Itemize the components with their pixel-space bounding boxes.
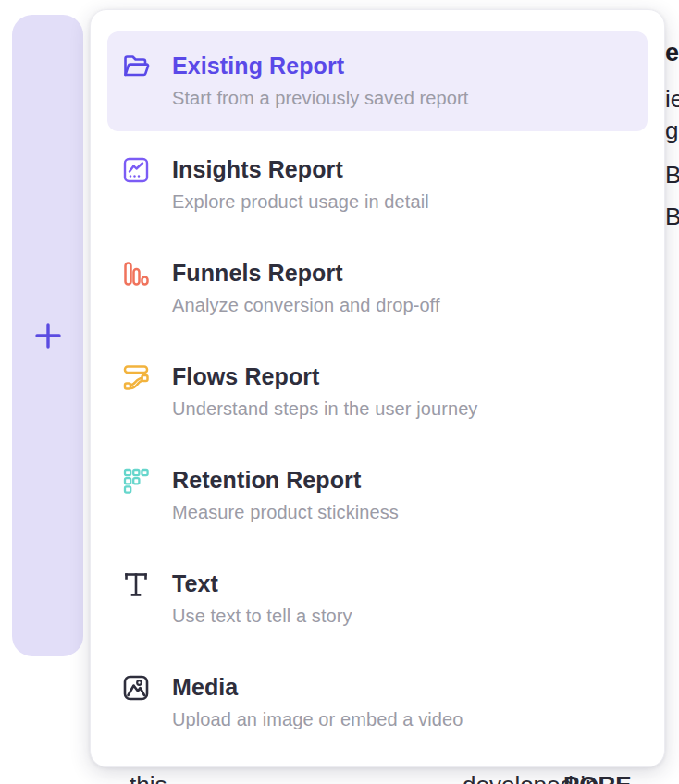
flows-icon <box>120 361 152 393</box>
menu-item-media[interactable]: Media Upload an image or embed a video <box>107 653 648 753</box>
clipped-background-text: PORE <box>563 772 632 784</box>
menu-item-insights-report[interactable]: Insights Report Explore product usage in… <box>107 135 648 235</box>
menu-item-description: Start from a previously saved report <box>172 88 468 109</box>
clipped-background-text: gB <box>665 118 679 142</box>
clipped-background-text: this <box>130 772 167 784</box>
menu-item-title: Retention Report <box>172 466 399 494</box>
menu-item-description: Measure product stickiness <box>172 502 399 523</box>
retention-grid-icon <box>120 465 152 496</box>
clipped-background-text: ex <box>665 41 679 66</box>
clipped-background-text: B <box>665 204 679 228</box>
menu-item-text[interactable]: Text Use text to tell a story <box>107 549 648 649</box>
add-item-rail[interactable] <box>12 15 83 656</box>
insights-chart-icon <box>120 154 152 186</box>
menu-item-title: Funnels Report <box>172 259 440 287</box>
clipped-background-text: B <box>665 163 679 187</box>
create-report-menu: Existing Report Start from a previously … <box>90 9 665 767</box>
menu-item-existing-report[interactable]: Existing Report Start from a previously … <box>107 31 648 131</box>
menu-item-title: Media <box>172 673 463 701</box>
menu-item-title: Flows Report <box>172 362 477 390</box>
plus-icon <box>34 322 62 349</box>
folder-open-icon <box>120 51 152 82</box>
media-image-icon <box>120 672 152 704</box>
funnel-bars-icon <box>120 258 152 289</box>
menu-item-description: Analyze conversion and drop-off <box>172 295 440 316</box>
menu-item-title: Existing Report <box>172 52 468 80</box>
menu-item-description: Upload an image or embed a video <box>172 709 463 730</box>
menu-item-retention-report[interactable]: Retention Report Measure product stickin… <box>107 446 648 545</box>
menu-item-flows-report[interactable]: Flows Report Understand steps in the use… <box>107 342 648 442</box>
menu-item-description: Use text to tell a story <box>172 606 352 627</box>
menu-item-title: Insights Report <box>172 155 429 183</box>
menu-item-description: Understand steps in the user journey <box>172 398 477 420</box>
clipped-background-text: ie <box>665 87 679 111</box>
menu-item-title: Text <box>172 570 352 597</box>
text-icon <box>120 569 152 600</box>
menu-item-funnels-report[interactable]: Funnels Report Analyze conversion and dr… <box>107 239 648 338</box>
menu-item-description: Explore product usage in detail <box>172 191 429 213</box>
